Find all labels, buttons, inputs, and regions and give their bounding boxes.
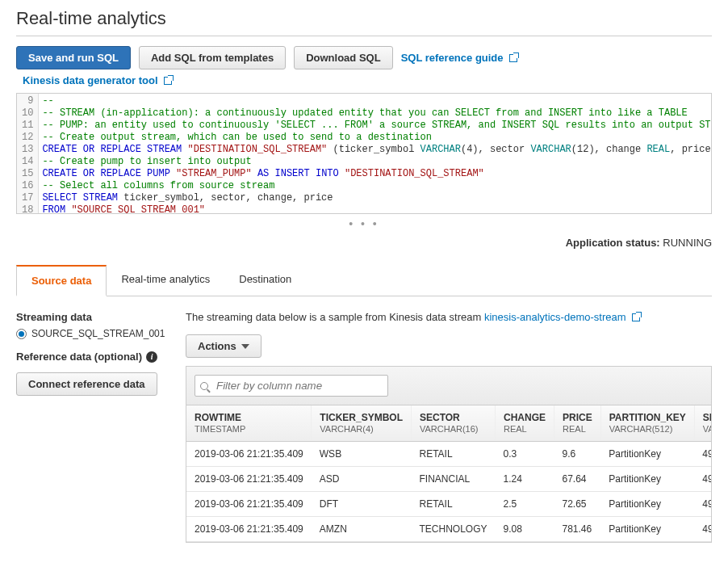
table-row[interactable]: 2019-03-06 21:21:35.409WSBRETAIL0.39.6Pa… [186, 442, 712, 467]
column-header[interactable]: TICKER_SYMBOLVARCHAR(4) [312, 405, 412, 442]
table-cell: PartitionKey [600, 492, 694, 517]
table-cell: PartitionKey [600, 517, 694, 542]
sql-reference-guide-link[interactable]: SQL reference guide [401, 52, 518, 64]
table-cell: AMZN [312, 517, 412, 542]
resize-handle-icon[interactable]: • • • [16, 214, 712, 237]
connect-reference-data-button[interactable]: Connect reference data [16, 372, 157, 396]
tab-bar: Source dataReal-time analyticsDestinatio… [16, 265, 712, 296]
column-header[interactable]: SEVA [694, 405, 712, 442]
table-cell: 2.5 [496, 492, 554, 517]
table-cell: RETAIL [411, 492, 495, 517]
chevron-down-icon [241, 344, 249, 349]
table-cell: 781.46 [554, 517, 601, 542]
streaming-data-header: Streaming data [16, 311, 169, 323]
table-row[interactable]: 2019-03-06 21:21:35.409AMZNTECHNOLOGY9.0… [186, 517, 712, 542]
table-cell: 495 [694, 492, 712, 517]
download-sql-button[interactable]: Download SQL [294, 46, 392, 69]
stream-radio[interactable] [16, 329, 27, 339]
table-cell: 495 [694, 517, 712, 542]
tab-real-time-analytics[interactable]: Real-time analytics [107, 265, 224, 296]
table-cell: DFT [312, 492, 412, 517]
table-cell: WSB [312, 442, 412, 467]
kinesis-generator-link[interactable]: Kinesis data generator tool [23, 74, 172, 86]
table-cell: 495 [694, 442, 712, 467]
column-header[interactable]: SECTORVARCHAR(16) [411, 405, 495, 442]
table-row[interactable]: 2019-03-06 21:21:35.409DFTRETAIL2.572.65… [186, 492, 712, 517]
table-cell: 0.3 [496, 442, 554, 467]
table-cell: 9.08 [496, 517, 554, 542]
table-row[interactable]: 2019-03-06 21:21:35.409ASDFINANCIAL1.246… [186, 467, 712, 492]
column-header[interactable]: PRICEREAL [554, 405, 601, 442]
table-cell: TECHNOLOGY [411, 517, 495, 542]
table-cell: ASD [312, 467, 412, 492]
stream-name-label: SOURCE_SQL_STREAM_001 [31, 328, 165, 339]
column-header[interactable]: PARTITION_KEYVARCHAR(512) [600, 405, 694, 442]
table-cell: FINANCIAL [411, 467, 495, 492]
table-cell: 67.64 [554, 467, 601, 492]
table-cell: RETAIL [411, 442, 495, 467]
table-cell: 2019-03-06 21:21:35.409 [186, 492, 312, 517]
table-cell: 2019-03-06 21:21:35.409 [186, 442, 312, 467]
external-link-icon [509, 54, 517, 62]
table-cell: 2019-03-06 21:21:35.409 [186, 517, 312, 542]
table-cell: 72.65 [554, 492, 601, 517]
actions-dropdown-button[interactable]: Actions [186, 334, 261, 358]
table-cell: 9.6 [554, 442, 601, 467]
reference-data-header: Reference data (optional) i [16, 351, 169, 363]
column-header[interactable]: ROWTIMETIMESTAMP [186, 405, 312, 442]
toolbar: Save and run SQL Add SQL from templates … [16, 46, 712, 69]
external-link-icon [632, 313, 640, 321]
table-cell: 495 [694, 467, 712, 492]
save-run-sql-button[interactable]: Save and run SQL [16, 46, 131, 69]
sql-editor[interactable]: 9101112131415161718192021 ---- STREAM (i… [16, 93, 712, 214]
tab-source-data[interactable]: Source data [16, 265, 107, 296]
search-icon [200, 382, 208, 390]
table-cell: 1.24 [496, 467, 554, 492]
data-table: ROWTIMETIMESTAMPTICKER_SYMBOLVARCHAR(4)S… [186, 405, 712, 542]
info-icon[interactable]: i [146, 351, 157, 363]
table-cell: 2019-03-06 21:21:35.409 [186, 467, 312, 492]
external-link-icon [164, 77, 172, 85]
filter-input[interactable] [195, 375, 388, 397]
sample-description: The streaming data below is a sample fro… [186, 311, 712, 323]
add-sql-templates-button[interactable]: Add SQL from templates [139, 46, 286, 69]
page-title: Real-time analytics [16, 8, 712, 36]
table-cell: PartitionKey [600, 467, 694, 492]
demo-stream-link[interactable]: kinesis-analytics-demo-stream [484, 311, 640, 323]
column-header[interactable]: CHANGEREAL [496, 405, 554, 442]
tab-destination[interactable]: Destination [224, 265, 306, 296]
application-status: Application status: RUNNING [16, 237, 712, 249]
table-cell: PartitionKey [600, 442, 694, 467]
